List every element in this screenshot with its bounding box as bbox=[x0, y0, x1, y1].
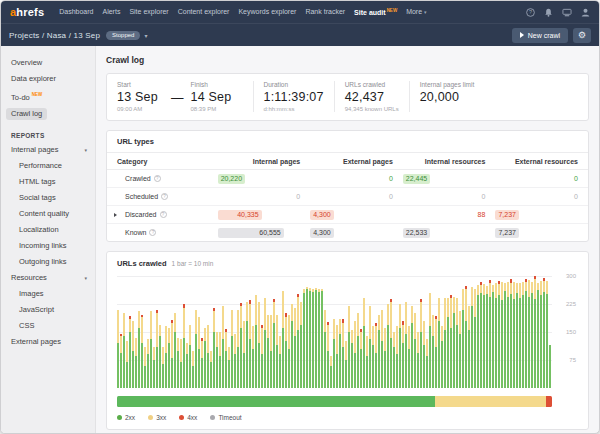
chart-bar[interactable] bbox=[309, 288, 311, 388]
chart-bar[interactable] bbox=[369, 306, 371, 388]
nav-item-keywords-explorer[interactable]: Keywords explorer bbox=[238, 8, 296, 15]
chart-bar[interactable] bbox=[240, 303, 242, 388]
sidebar-item-images[interactable]: Images bbox=[1, 286, 95, 302]
chart-bar[interactable] bbox=[393, 332, 395, 388]
status-badge[interactable]: Stopped bbox=[106, 31, 140, 40]
chart-bar[interactable] bbox=[213, 308, 215, 388]
legend-item-timeout[interactable]: Timeout bbox=[210, 414, 241, 421]
chart-bar[interactable] bbox=[384, 328, 386, 388]
chart-bar[interactable] bbox=[216, 332, 218, 388]
chart-bar[interactable] bbox=[522, 282, 524, 388]
chart-bar[interactable] bbox=[513, 282, 515, 388]
chart-bar[interactable] bbox=[303, 289, 305, 388]
chart-bar[interactable] bbox=[441, 326, 443, 388]
chart-bar[interactable] bbox=[543, 278, 545, 388]
chart-bar[interactable] bbox=[372, 326, 374, 388]
nav-item-content-explorer[interactable]: Content explorer bbox=[178, 8, 230, 15]
chart-bar[interactable] bbox=[474, 289, 476, 388]
chart-bar[interactable] bbox=[252, 326, 254, 388]
expand-caret-icon[interactable] bbox=[114, 213, 117, 217]
chart-bar[interactable] bbox=[210, 351, 212, 388]
chart-bar[interactable] bbox=[540, 281, 542, 389]
nav-item-dashboard[interactable]: Dashboard bbox=[59, 8, 93, 15]
chart-bar[interactable] bbox=[228, 347, 230, 388]
chart-bar[interactable] bbox=[351, 330, 353, 388]
chart-bar[interactable] bbox=[417, 332, 419, 388]
chart-bar[interactable] bbox=[141, 315, 143, 388]
chart-bar[interactable] bbox=[336, 325, 338, 388]
chart-bar[interactable] bbox=[498, 281, 500, 388]
sidebar-item-resources[interactable]: Resources▾ bbox=[1, 270, 95, 286]
chart-bar[interactable] bbox=[258, 302, 260, 388]
chart-bar[interactable] bbox=[411, 306, 413, 388]
nav-item-site-explorer[interactable]: Site explorer bbox=[129, 8, 168, 15]
info-icon[interactable]: ? bbox=[161, 193, 168, 200]
chart-bar[interactable] bbox=[507, 282, 509, 388]
chart-bar[interactable] bbox=[189, 325, 191, 388]
chart-bar[interactable] bbox=[159, 325, 161, 388]
chart-bar[interactable] bbox=[510, 279, 512, 388]
chart-bar[interactable] bbox=[381, 310, 383, 388]
chart-bar[interactable] bbox=[270, 315, 272, 388]
sidebar-item-css[interactable]: CSS bbox=[1, 318, 95, 334]
chart-bar[interactable] bbox=[306, 287, 308, 388]
chart-bar[interactable] bbox=[528, 280, 530, 388]
chart-bar[interactable] bbox=[399, 304, 401, 388]
breadcrumb[interactable]: Projects / Nasa / 13 Sep bbox=[9, 31, 100, 40]
chart-bar[interactable] bbox=[276, 315, 278, 388]
chart-bar[interactable] bbox=[375, 323, 377, 388]
chart-bar[interactable] bbox=[495, 283, 497, 388]
chart-bar[interactable] bbox=[435, 316, 437, 388]
sidebar-item-localization[interactable]: Localization bbox=[1, 222, 95, 238]
chart-bar[interactable] bbox=[126, 341, 128, 388]
legend-item-4xx[interactable]: 4xx bbox=[179, 414, 197, 421]
chart-bar[interactable] bbox=[249, 300, 251, 388]
chart-bar[interactable] bbox=[285, 313, 287, 388]
chart-bar[interactable] bbox=[480, 282, 482, 388]
chart-bar[interactable] bbox=[183, 304, 185, 388]
chart-bar[interactable] bbox=[198, 317, 200, 388]
chart-bar[interactable] bbox=[357, 313, 359, 388]
chart-bar[interactable] bbox=[426, 339, 428, 388]
chart-bar[interactable] bbox=[492, 285, 494, 388]
chart-bar[interactable] bbox=[273, 299, 275, 388]
info-icon[interactable]: ? bbox=[149, 229, 156, 236]
chart-bar[interactable] bbox=[318, 289, 320, 388]
chart-bar[interactable] bbox=[387, 304, 389, 388]
chart-bar[interactable] bbox=[300, 302, 302, 388]
chart-bar[interactable] bbox=[462, 289, 464, 388]
chart-bar[interactable] bbox=[156, 310, 158, 388]
legend-item-2xx[interactable]: 2xx bbox=[117, 414, 135, 421]
chart-bar[interactable] bbox=[366, 336, 368, 388]
account-icon[interactable] bbox=[581, 8, 590, 17]
chart-bar[interactable] bbox=[546, 281, 548, 388]
chart-bar[interactable] bbox=[171, 320, 173, 388]
help-icon[interactable]: ? bbox=[526, 8, 535, 17]
devices-icon[interactable] bbox=[562, 8, 572, 17]
chevron-down-icon[interactable]: ▾ bbox=[84, 274, 87, 282]
chart-bar[interactable] bbox=[414, 313, 416, 388]
chart-bar[interactable] bbox=[162, 347, 164, 388]
chart-bar[interactable] bbox=[312, 289, 314, 388]
chart-bar[interactable] bbox=[168, 328, 170, 388]
sidebar-item-javascript[interactable]: JavaScript bbox=[1, 302, 95, 318]
nav-item-site-audit[interactable]: Site auditNEW bbox=[354, 8, 397, 16]
chart-bar[interactable] bbox=[279, 336, 281, 388]
chart-bar[interactable] bbox=[531, 282, 533, 388]
chart-bar[interactable] bbox=[186, 343, 188, 388]
chart-bar[interactable] bbox=[489, 280, 491, 388]
chart-bar[interactable] bbox=[174, 313, 176, 388]
chart-bar[interactable] bbox=[237, 310, 239, 388]
legend-item-3xx[interactable]: 3xx bbox=[148, 414, 166, 421]
chart-bar[interactable] bbox=[456, 298, 458, 388]
nav-item-more[interactable]: More▾ bbox=[406, 8, 426, 15]
chart-bar[interactable] bbox=[396, 326, 398, 388]
chart-bar[interactable] bbox=[246, 302, 248, 388]
chart-bar[interactable] bbox=[180, 339, 182, 388]
notifications-bell-icon[interactable] bbox=[544, 8, 553, 17]
nav-item-rank-tracker[interactable]: Rank tracker bbox=[305, 8, 345, 15]
chart-bar[interactable] bbox=[138, 311, 140, 388]
chart-bar[interactable] bbox=[330, 356, 332, 388]
chart-bar[interactable] bbox=[450, 295, 452, 388]
sidebar-item-to-do[interactable]: To-doNEW bbox=[1, 87, 95, 106]
